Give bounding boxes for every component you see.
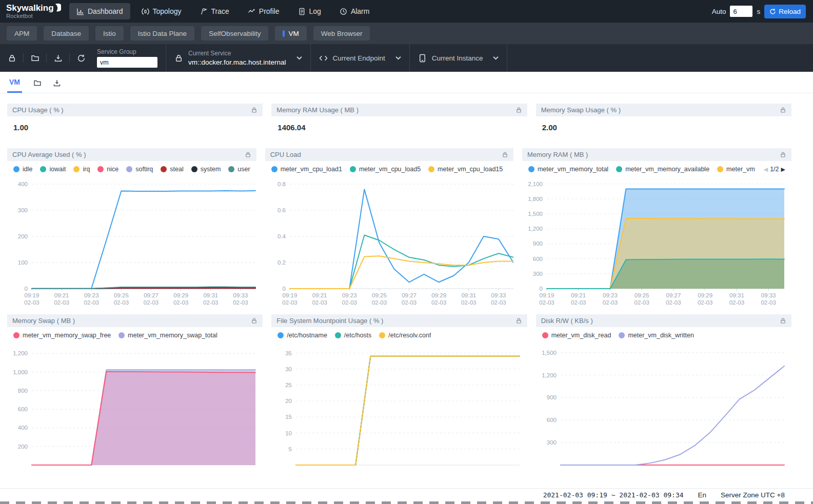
svg-text:02-03: 02-03 — [698, 299, 712, 306]
lock-icon[interactable] — [502, 151, 508, 158]
tab-vm-view[interactable]: VM — [7, 78, 22, 93]
lock-icon[interactable] — [780, 107, 786, 113]
legend-item[interactable]: user — [228, 166, 250, 173]
nav-item-log[interactable]: Log — [291, 3, 328, 19]
legend-item[interactable]: nice — [97, 166, 118, 173]
legend-item[interactable]: system — [191, 166, 221, 173]
legend-next-arrow[interactable]: ▶ — [781, 166, 785, 173]
auto-unit: s — [757, 8, 760, 15]
legend-item[interactable]: meter_vm_disk_read — [542, 332, 611, 339]
chart-card-disk-rw: Disk R/W ( KB/s ) meter_vm_disk_readmete… — [536, 314, 791, 468]
tab-database[interactable]: Database — [44, 26, 89, 41]
metric-value: 1.00 — [7, 116, 263, 135]
legend-item[interactable]: /etc/resolv.conf — [379, 332, 431, 339]
legend-label: meter_vm_memory_available — [625, 166, 709, 173]
legend-prev-arrow[interactable]: ◀ — [764, 166, 768, 173]
folder-icon[interactable] — [33, 79, 42, 87]
time-range[interactable]: 2021-02-03 09:19 ~ 2021-02-03 09:34 — [543, 491, 684, 499]
chevron-down-icon[interactable] — [296, 56, 302, 60]
cpu-average-used-chart: 010020030040009:1902-0309:2102-0309:2302… — [7, 174, 256, 308]
chart-row-1: CPU Average Used ( % ) idleiowaitirqnice… — [7, 148, 791, 308]
svg-text:1,200: 1,200 — [528, 226, 543, 232]
legend-dot — [126, 166, 132, 172]
card-header: Memory RAM Usage ( MB ) — [271, 104, 527, 116]
legend-item[interactable]: meter_vm_memory_total — [528, 166, 608, 173]
toolbar-icon-group — [0, 44, 89, 72]
tab-vm[interactable]: VM — [275, 26, 306, 41]
tab-istio-data-plane[interactable]: Istio Data Plane — [130, 26, 194, 41]
download-icon[interactable] — [53, 79, 61, 87]
lock-icon[interactable] — [780, 317, 786, 324]
tab-apm[interactable]: APM — [7, 26, 37, 41]
nav-item-label: Profile — [259, 7, 280, 15]
svg-text:02-03: 02-03 — [84, 299, 99, 306]
svg-text:09:31: 09:31 — [729, 292, 744, 298]
lock-icon[interactable] — [251, 317, 257, 324]
svg-text:09:25: 09:25 — [372, 292, 387, 298]
svg-text:09:27: 09:27 — [144, 292, 158, 298]
legend-item[interactable]: meter_vm_memory_available — [616, 166, 709, 173]
auto-refresh-input[interactable] — [730, 6, 752, 17]
nav-item-profile[interactable]: Profile — [241, 3, 287, 19]
svg-text:0.8: 0.8 — [277, 181, 286, 187]
legend-item[interactable]: /etc/hostname — [277, 332, 327, 339]
card-header: CPU Usage ( % ) — [7, 104, 263, 116]
legend-label: meter_vm_disk_read — [551, 332, 611, 339]
legend-item[interactable]: meter_vm_disk_written — [619, 332, 694, 339]
legend-label: meter_vm_cpu_load1 — [281, 166, 342, 173]
chevron-down-icon[interactable] — [395, 56, 401, 60]
service-group-input[interactable] — [97, 57, 157, 68]
service-group-block: Service Group — [89, 44, 166, 72]
status-footer: 2021-02-03 09:19 ~ 2021-02-03 09:34 En S… — [0, 488, 813, 501]
legend-item[interactable]: meter_vm — [717, 166, 755, 173]
svg-text:900: 900 — [546, 394, 556, 400]
export-button[interactable] — [50, 50, 66, 66]
card-title: CPU Load — [270, 151, 301, 158]
legend-item[interactable]: /etc/hosts — [335, 332, 372, 339]
server-zone[interactable]: Server Zone UTC +8 — [721, 491, 785, 499]
nav-item-alarm[interactable]: Alarm — [332, 3, 377, 19]
tab-istio[interactable]: Istio — [95, 26, 124, 41]
file-system-chart: 5101520253035 — [271, 340, 527, 468]
legend-item[interactable]: meter_vm_cpu_load5 — [350, 166, 421, 173]
chevron-down-icon[interactable] — [493, 56, 499, 60]
folder-button[interactable] — [27, 50, 43, 66]
legend-item[interactable]: irq — [73, 166, 90, 173]
lock-button[interactable] — [4, 50, 19, 66]
svg-text:100: 100 — [18, 259, 28, 266]
legend-item[interactable]: iowait — [40, 166, 66, 173]
legend-item[interactable]: meter_vm_cpu_load1 — [271, 166, 342, 173]
tab-selfobservability[interactable]: SelfObservability — [201, 26, 268, 41]
nav-item-dashboard[interactable]: Dashboard — [69, 3, 130, 19]
svg-text:30: 30 — [286, 366, 292, 372]
current-service-selector[interactable]: Current Service vm::docker.for.mac.host.… — [166, 44, 310, 72]
legend-dot — [161, 166, 167, 172]
current-instance-selector[interactable]: Current Instance — [410, 44, 507, 72]
current-endpoint-selector[interactable]: Current Endpoint — [311, 44, 409, 72]
refresh-button[interactable] — [73, 50, 89, 66]
card-header: Memory Swap Usage ( % ) — [536, 104, 791, 116]
current-endpoint-label: Current Endpoint — [333, 54, 385, 62]
language-toggle[interactable]: En — [698, 491, 707, 499]
lock-icon[interactable] — [515, 107, 522, 113]
nav-item-trace[interactable]: Trace — [193, 3, 236, 19]
legend-item[interactable]: idle — [13, 166, 32, 173]
nav-item-topology[interactable]: Topology — [134, 3, 189, 19]
lock-icon[interactable] — [251, 107, 257, 113]
card-title: CPU Average Used ( % ) — [12, 151, 86, 158]
legend-item[interactable]: steal — [161, 166, 183, 173]
reload-button[interactable]: Reload — [764, 5, 806, 18]
lock-icon[interactable] — [780, 151, 786, 158]
lock-icon[interactable] — [515, 317, 522, 324]
legend-item[interactable]: meter_vm_cpu_load15 — [428, 166, 503, 173]
legend-item[interactable]: meter_vm_memory_swap_free — [13, 332, 111, 339]
legend-label: /etc/hostname — [287, 332, 327, 339]
svg-text:02-03: 02-03 — [312, 299, 327, 306]
tab-web-browser[interactable]: Web Browser — [313, 26, 370, 41]
legend-item[interactable]: softirq — [126, 166, 153, 173]
separator — [46, 53, 47, 63]
lock-icon[interactable] — [245, 151, 251, 158]
legend-label: irq — [83, 166, 90, 173]
legend-item[interactable]: meter_vm_memory_swap_total — [118, 332, 217, 339]
legend-label: softirq — [135, 166, 153, 173]
